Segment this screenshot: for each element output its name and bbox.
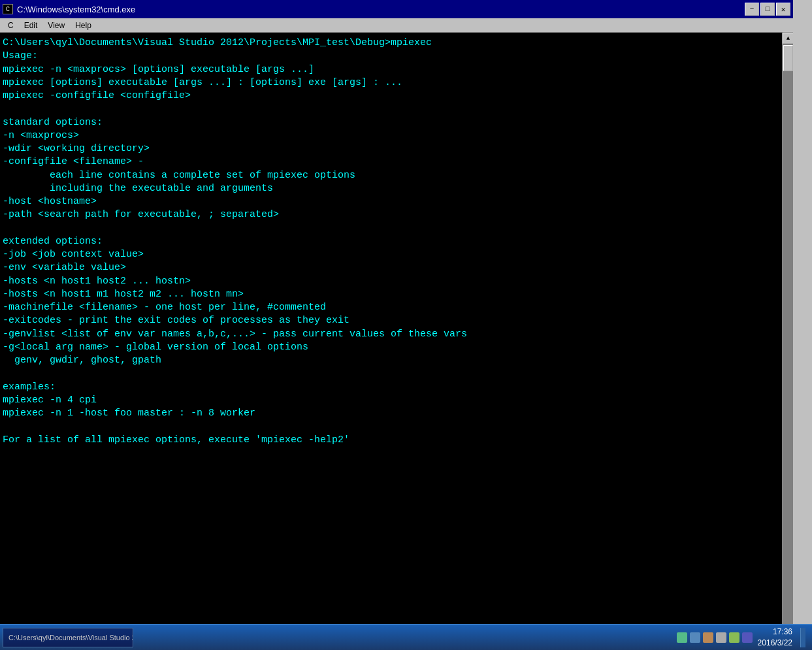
tray-icon-3 <box>703 632 713 643</box>
menu-c[interactable]: C <box>3 20 19 31</box>
maximize-button[interactable]: □ <box>760 3 775 16</box>
terminal-text: Usage: mpiexec -n <maxprocs> [options] e… <box>3 50 467 445</box>
scrollbar: ▲ ▼ <box>782 33 793 650</box>
menu-bar: C Edit View Help <box>0 18 793 33</box>
terminal-container: C:\Users\qyl\Documents\Visual Studio 201… <box>0 33 793 650</box>
taskbar-right: 17:36 2016/3/22 <box>677 626 809 649</box>
window-title: C:\Windows\system32\cmd.exe <box>17 5 135 14</box>
cmd-window: C C:\Windows\system32\cmd.exe − □ ✕ C Ed… <box>0 0 793 650</box>
menu-help[interactable]: Help <box>70 20 97 31</box>
title-bar-left: C C:\Windows\system32\cmd.exe <box>3 4 135 14</box>
tray-icon-4 <box>716 632 726 643</box>
taskbar: C:\Users\qyl\Documents\Visual Studio 201… <box>0 624 812 650</box>
clock-time: 17:36 <box>758 626 792 638</box>
tray-icon-2 <box>690 632 700 643</box>
terminal-output[interactable]: C:\Users\qyl\Documents\Visual Studio 201… <box>0 33 782 650</box>
system-tray-icons <box>677 632 753 643</box>
show-desktop-button[interactable] <box>800 628 805 647</box>
terminal-prompt: C:\Users\qyl\Documents\Visual Studio 201… <box>3 37 432 48</box>
cmd-icon: C <box>3 4 13 14</box>
window-controls: − □ ✕ <box>745 3 790 16</box>
menu-edit[interactable]: Edit <box>19 20 43 31</box>
system-clock: 17:36 2016/3/22 <box>758 626 792 649</box>
tray-icon-5 <box>729 632 739 643</box>
clock-date: 2016/3/22 <box>758 638 792 649</box>
minimize-button[interactable]: − <box>745 3 759 16</box>
taskbar-app-item[interactable]: C:\Users\qyl\Documents\Visual Studio 201… <box>3 628 133 647</box>
taskbar-left: C:\Users\qyl\Documents\Visual Studio 201… <box>3 628 133 647</box>
close-button[interactable]: ✕ <box>776 3 790 16</box>
tray-icon-1 <box>677 632 687 643</box>
menu-view[interactable]: View <box>42 20 70 31</box>
title-bar: C C:\Windows\system32\cmd.exe − □ ✕ <box>0 0 793 18</box>
scroll-thumb[interactable] <box>783 45 793 71</box>
scroll-up-button[interactable]: ▲ <box>783 33 793 44</box>
tray-icon-6 <box>742 632 753 643</box>
scroll-track[interactable] <box>783 44 793 639</box>
